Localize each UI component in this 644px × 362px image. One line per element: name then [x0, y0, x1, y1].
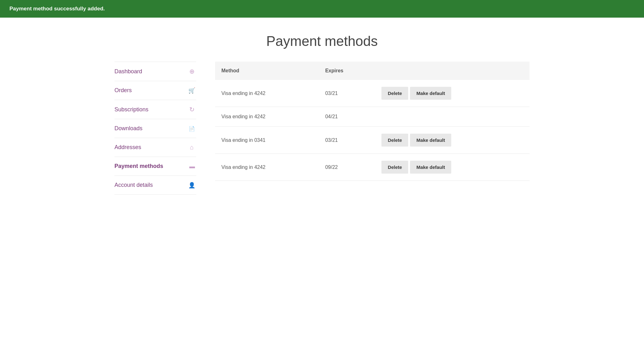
sidebar-item-downloads[interactable]: Downloads: [114, 119, 196, 138]
account-details-icon: [187, 181, 196, 189]
sidebar-item-label: Subscriptions: [114, 106, 148, 113]
sidebar-item-subscriptions[interactable]: Subscriptions: [114, 100, 196, 119]
delete-button[interactable]: Delete: [381, 87, 408, 100]
column-actions-1: [375, 62, 452, 80]
payment-method-name: Visa ending in 0341: [215, 127, 319, 154]
column-actions-2: [452, 62, 530, 80]
sidebar-item-label: Payment methods: [114, 163, 163, 170]
sidebar-item-label: Dashboard: [114, 68, 142, 75]
page-title: Payment methods: [6, 33, 638, 49]
payment-actions: DeleteMake default: [375, 127, 530, 154]
table-row: Visa ending in 424203/21DeleteMake defau…: [215, 80, 530, 107]
make-default-button[interactable]: Make default: [410, 87, 451, 100]
sidebar-item-orders[interactable]: Orders: [114, 81, 196, 100]
orders-icon: [187, 87, 196, 94]
dashboard-icon: [187, 68, 196, 75]
sidebar-item-label: Downloads: [114, 125, 142, 132]
table-header-row: Method Expires: [215, 62, 530, 80]
main-layout: Dashboard Orders Subscriptions Downloads…: [102, 62, 542, 214]
payment-actions: DeleteMake default: [375, 154, 530, 181]
payment-method-name: Visa ending in 4242: [215, 80, 319, 107]
addresses-icon: [187, 144, 196, 151]
payment-expiry: 03/21: [319, 80, 375, 107]
payment-actions: [375, 107, 530, 127]
sidebar-item-addresses[interactable]: Addresses: [114, 138, 196, 157]
success-banner: Payment method successfully added.: [0, 0, 644, 18]
payment-expiry: 04/21: [319, 107, 375, 127]
sidebar-item-account-details[interactable]: Account details: [114, 176, 196, 195]
sidebar-item-label: Orders: [114, 87, 132, 94]
payment-actions: DeleteMake default: [375, 80, 530, 107]
payment-expiry: 03/21: [319, 127, 375, 154]
sidebar-item-dashboard[interactable]: Dashboard: [114, 62, 196, 81]
column-method: Method: [215, 62, 319, 80]
table-row: Visa ending in 034103/21DeleteMake defau…: [215, 127, 530, 154]
payment-methods-icon: [187, 163, 196, 170]
content-area: Method Expires Visa ending in 424203/21D…: [215, 62, 530, 195]
payment-method-name: Visa ending in 4242: [215, 107, 319, 127]
make-default-button[interactable]: Make default: [410, 134, 451, 147]
make-default-button[interactable]: Make default: [410, 161, 451, 174]
sidebar-item-label: Addresses: [114, 144, 141, 151]
page-title-area: Payment methods: [0, 18, 644, 62]
delete-button[interactable]: Delete: [381, 134, 408, 147]
column-expires: Expires: [319, 62, 375, 80]
subscriptions-icon: [187, 106, 196, 113]
sidebar: Dashboard Orders Subscriptions Downloads…: [114, 62, 215, 195]
sidebar-item-label: Account details: [114, 182, 153, 188]
success-message: Payment method successfully added.: [9, 6, 105, 12]
payment-methods-table: Method Expires Visa ending in 424203/21D…: [215, 62, 530, 181]
table-row: Visa ending in 424209/22DeleteMake defau…: [215, 154, 530, 181]
delete-button[interactable]: Delete: [381, 161, 408, 174]
downloads-icon: [187, 125, 196, 132]
payment-expiry: 09/22: [319, 154, 375, 181]
payment-method-name: Visa ending in 4242: [215, 154, 319, 181]
table-row: Visa ending in 424204/21: [215, 107, 530, 127]
sidebar-item-payment-methods[interactable]: Payment methods: [114, 157, 196, 176]
